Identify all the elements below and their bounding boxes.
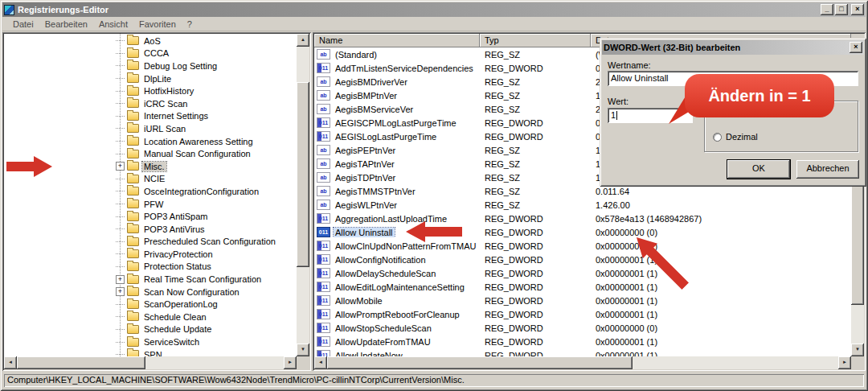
maximize-button[interactable]: □: [835, 4, 848, 15]
scrollbar-thumb[interactable]: [297, 82, 309, 267]
tree-item-label: PrivacyProtection: [142, 249, 215, 259]
value-name: AegisPEPtnVer: [334, 146, 397, 155]
scroll-right-icon[interactable]: ►: [284, 356, 297, 369]
tree-connector: [116, 304, 125, 305]
tree-item[interactable]: Debug Log Setting: [4, 60, 297, 72]
value-type: REG_DWORD: [480, 296, 591, 306]
folder-icon: [127, 338, 139, 347]
value-name-cell: 011AllowMobile: [314, 295, 480, 306]
scroll-down-icon[interactable]: ▼: [297, 344, 309, 356]
value-data: 0x00000000 (0): [591, 228, 851, 237]
tree-item[interactable]: Internet Settings: [4, 110, 297, 123]
dialog-title-bar[interactable]: DWORD-Wert (32-Bit) bearbeiten ×: [602, 40, 864, 55]
tree-item[interactable]: ScanOperationLog: [4, 298, 297, 311]
scrollbar-corner: [297, 356, 309, 369]
reg-dword-icon: 011: [317, 282, 330, 292]
menu-item-?[interactable]: ?: [182, 18, 198, 31]
column-header-type[interactable]: Typ: [480, 34, 591, 47]
title-bar[interactable]: Registrierungs-Editor _ □ ×: [2, 2, 866, 17]
scroll-down-icon[interactable]: ▼: [851, 344, 864, 356]
tree-view: AoSCCCADebug Log SettingDlpLiteHotfixHis…: [4, 34, 297, 356]
registry-value-row[interactable]: 011AllowConfigNotificationREG_DWORD0x000…: [314, 253, 851, 266]
tree-item[interactable]: Schedule Clean: [4, 311, 297, 323]
expand-plus-icon[interactable]: +: [116, 162, 125, 171]
tree-item[interactable]: OsceIntegrationConfiguration: [4, 185, 297, 198]
scroll-right-icon[interactable]: ►: [838, 356, 851, 369]
registry-value-row[interactable]: 011AllowUpdateNowREG_DWORD0x00000001 (1): [314, 348, 851, 356]
registry-value-row[interactable]: 011Allow UninstallREG_DWORD0x00000000 (0…: [314, 225, 851, 239]
tree-item[interactable]: PrivacyProtection: [4, 248, 297, 261]
ok-button[interactable]: OK: [727, 160, 790, 179]
registry-value-row[interactable]: 011AggregationLastUploadTimeREG_DWORD0x5…: [314, 212, 851, 225]
registry-value-row[interactable]: 011AllowUpdateFromTMAUREG_DWORD0x0000000…: [314, 335, 851, 348]
minimize-button[interactable]: _: [821, 4, 833, 15]
value-name: AllowDelayScheduleScan: [334, 269, 437, 278]
tree-connector: [116, 216, 125, 217]
tree-connector: [116, 128, 125, 129]
tree-item[interactable]: AoS: [4, 35, 297, 47]
folder-icon: [127, 350, 139, 356]
expand-plus-icon[interactable]: +: [116, 275, 125, 284]
scroll-up-icon[interactable]: ▲: [297, 34, 309, 47]
value-name-cell: abAegisBMPtnVer: [314, 90, 480, 101]
scroll-left-icon[interactable]: ◄: [4, 356, 17, 369]
registry-value-row[interactable]: abAegisWLPtnVerREG_SZ1.426.00: [314, 198, 851, 212]
tree-item[interactable]: Prescheduled Scan Configuration: [4, 236, 297, 249]
tree-item[interactable]: Schedule Update: [4, 323, 297, 336]
registry-value-row[interactable]: 011AllowEditLogMaintenanceSettingREG_DWO…: [314, 280, 851, 294]
value-type: REG_DWORD: [480, 351, 591, 357]
tree-horizontal-scrollbar[interactable]: ◄ ►: [4, 356, 297, 369]
menu-item-datei[interactable]: Datei: [7, 18, 39, 31]
tree-item[interactable]: POP3 AntiSpam: [4, 210, 297, 223]
folder-icon: [127, 312, 139, 321]
tree-item[interactable]: iCRC Scan: [4, 97, 297, 110]
folder-icon: [127, 287, 139, 296]
close-button[interactable]: ×: [851, 4, 864, 15]
annotation-arrow-misc: [6, 156, 53, 177]
column-header-name[interactable]: Name: [314, 34, 480, 47]
tree-item[interactable]: HotfixHistory: [4, 84, 297, 97]
tree-item[interactable]: CCCA: [4, 47, 297, 60]
tree-item[interactable]: ServiceSwitch: [4, 335, 297, 348]
tree-item[interactable]: SPN: [4, 348, 297, 356]
tree-item-label: Prescheduled Scan Configuration: [142, 237, 277, 246]
tree-item[interactable]: iURL Scan: [4, 122, 297, 135]
scrollbar-thumb[interactable]: [17, 356, 145, 369]
tree-vertical-scrollbar[interactable]: ▲ ▼: [297, 34, 309, 356]
registry-value-row[interactable]: 011AllowDelayScheduleScanREG_DWORD0x0000…: [314, 266, 851, 280]
expand-plus-icon[interactable]: +: [116, 287, 125, 296]
reg-sz-icon: ab: [317, 158, 330, 169]
tree-item-label: Protection Status: [142, 261, 213, 271]
menu-item-favoriten[interactable]: Favoriten: [133, 18, 182, 31]
value-data: 0x578e4a13 (1468942867): [591, 214, 851, 224]
value-type: REG_DWORD: [480, 132, 591, 142]
registry-value-row[interactable]: 011AllowStopScheduleScanREG_DWORD0x00000…: [314, 321, 851, 335]
list-horizontal-scrollbar[interactable]: ◄ ►: [314, 356, 851, 369]
registry-value-row[interactable]: 011AllowMobileREG_DWORD0x00000001 (1): [314, 294, 851, 307]
tree-item-label: ServiceSwitch: [142, 337, 201, 347]
tree-item[interactable]: +Real Time Scan Configuration: [4, 273, 297, 286]
tree-item[interactable]: POP3 AntiVirus: [4, 223, 297, 236]
decimal-radio-icon[interactable]: [713, 133, 722, 142]
tree-item[interactable]: +Scan Now Configuration: [4, 286, 297, 298]
scroll-left-icon[interactable]: ◄: [314, 356, 327, 369]
tree-item[interactable]: Protection Status: [4, 261, 297, 274]
value-name: AegisBMDriverVer: [334, 77, 409, 87]
tree-item-label: NCIE: [142, 174, 166, 183]
decimal-radio-row[interactable]: Dezimal: [713, 132, 758, 142]
registry-value-row[interactable]: 011AllowClnUpdNonPatternFromTMAUREG_DWOR…: [314, 239, 851, 253]
menu-item-bearbeiten[interactable]: Bearbeiten: [39, 18, 93, 31]
cancel-button[interactable]: Abbrechen: [796, 160, 859, 179]
tree-item[interactable]: Location Awareness Setting: [4, 135, 297, 148]
value-type: REG_SZ: [480, 200, 591, 210]
tree-item-label: ScanOperationLog: [142, 299, 219, 309]
menu-item-ansicht[interactable]: Ansicht: [93, 18, 133, 31]
registry-value-row[interactable]: 011AllowPromptRebootForCleanupREG_DWORD0…: [314, 307, 851, 321]
scrollbar-thumb[interactable]: [851, 184, 864, 305]
tree-item[interactable]: PFW: [4, 198, 297, 211]
reg-dword-icon: 011: [317, 213, 330, 224]
dialog-close-button[interactable]: ×: [850, 42, 862, 53]
tree-item[interactable]: DlpLite: [4, 72, 297, 85]
value-name-cell: 011AEGISCPMLogLastPurgeTime: [314, 117, 480, 128]
scrollbar-thumb[interactable]: [327, 356, 633, 369]
